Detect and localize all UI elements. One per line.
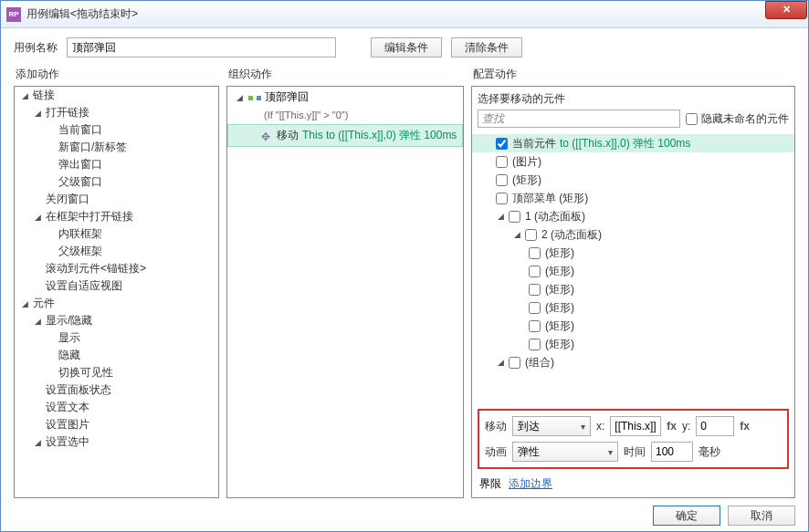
action-tree-item[interactable]: 设置文本 [15,399,218,416]
action-tree-item[interactable]: 当前窗口 [15,121,218,139]
y-fx-button[interactable]: fx [740,420,750,433]
case-name-input[interactable] [67,37,336,57]
widget-tree-item[interactable]: 当前元件to ([[This.x]],0) 弹性 100ms [472,134,794,152]
action-tree-item[interactable]: 父级框架 [15,243,218,260]
animation-select[interactable]: 弹性 [512,442,618,462]
widget-checkbox[interactable] [529,320,541,332]
hide-unnamed-checkbox[interactable] [686,113,698,125]
widget-tree-item[interactable]: 1 (动态面板) [472,207,794,225]
action-tree-item[interactable]: 链接 [15,87,218,104]
widget-tree-item[interactable]: (矩形) [472,280,794,298]
widget-label: (矩形) [545,300,574,316]
search-input[interactable] [478,110,680,128]
widget-tree-item[interactable]: (矩形) [472,298,794,317]
widget-checkbox[interactable] [509,357,520,369]
expand-icon[interactable] [496,212,506,222]
expand-icon[interactable] [20,90,30,100]
widget-tree-item[interactable]: (矩形) [472,244,794,262]
action-tree-item[interactable]: 设置图片 [15,416,218,433]
action-tree-item[interactable]: 父级窗口 [15,173,218,191]
widget-tree-item[interactable]: (组合) [472,353,794,371]
action-tree-item[interactable]: 在框架中打开链接 [15,208,218,225]
time-unit-label: 毫秒 [699,444,720,460]
expand-icon[interactable] [20,298,30,308]
widget-checkbox[interactable] [496,156,508,168]
action-tree-label: 链接 [33,88,55,103]
widget-tree-item[interactable]: (矩形) [472,171,794,189]
widget-checkbox[interactable] [529,247,541,259]
action-node[interactable]: ✥ 移动 This to ([[This.x]],0) 弹性 100ms [227,124,463,147]
action-tree-label: 隐藏 [58,348,80,363]
widget-label: 顶部菜单 (矩形) [512,191,588,206]
app-icon: RP [6,7,21,22]
expand-icon[interactable] [496,358,506,368]
action-tree-item[interactable]: 内联框架 [15,225,218,243]
widget-label: (组合) [525,355,554,370]
expand-icon[interactable] [33,437,43,447]
move-icon: ✥ [261,130,272,141]
action-tree-label: 在框架中打开链接 [46,209,133,224]
action-tree-item[interactable]: 滚动到元件<锚链接> [15,260,218,277]
widget-checkbox[interactable] [496,174,508,186]
action-tree-item[interactable]: 显示 [15,329,218,347]
widget-tree-item[interactable]: 2 (动态面板) [472,225,794,244]
action-tree-item[interactable]: 切换可见性 [15,364,218,381]
time-input[interactable] [651,442,693,462]
action-tree-item[interactable]: 显示/隐藏 [15,312,218,329]
move-config-box: 移动 到达 x: fx y: fx 动画 弹性 时间 毫秒 [478,409,789,469]
ok-button[interactable]: 确定 [653,506,720,526]
action-tree-item[interactable]: 元件 [15,295,218,312]
action-tree-item[interactable]: 弹出窗口 [15,156,218,173]
action-tree-label: 设置图片 [46,417,89,433]
clear-condition-button[interactable]: 清除条件 [451,37,522,57]
action-tree-item[interactable]: 设置选中 [15,433,218,451]
action-tree-item[interactable]: 关闭窗口 [15,191,218,208]
close-button[interactable]: ✕ [765,1,807,19]
widget-tree-item[interactable]: 顶部菜单 (矩形) [472,189,794,207]
widget-checkbox[interactable] [525,229,537,241]
widget-tree-item[interactable]: (矩形) [472,317,794,335]
widget-label: (矩形) [545,282,574,297]
action-tree-label: 当前窗口 [58,122,102,138]
expand-icon[interactable] [33,108,43,118]
x-fx-button[interactable]: fx [667,420,677,433]
x-input[interactable] [610,416,661,436]
action-tree-item[interactable]: 打开链接 [15,104,218,121]
actions-tree-panel[interactable]: 链接打开链接当前窗口新窗口/新标签弹出窗口父级窗口关闭窗口在框架中打开链接内联框… [14,86,219,498]
expand-icon[interactable] [512,230,522,240]
action-tree-item[interactable]: 设置自适应视图 [15,277,218,295]
widget-tree-item[interactable]: (矩形) [472,335,794,353]
widget-checkbox[interactable] [509,211,520,223]
widget-checkbox[interactable] [529,302,541,314]
widget-tree-item[interactable]: (图片) [472,152,794,171]
widget-label: 2 (动态面板) [541,227,602,243]
expand-icon[interactable] [33,212,43,222]
widget-checkbox[interactable] [496,138,508,150]
action-tree-item[interactable]: 隐藏 [15,347,218,364]
action-tree-item[interactable]: 设置面板状态 [15,381,218,399]
widget-label: (矩形) [545,337,574,352]
case-icon [248,92,261,103]
widget-tree-item[interactable]: (矩形) [472,262,794,280]
cancel-button[interactable]: 取消 [728,506,795,526]
expand-icon[interactable] [235,92,245,102]
move-mode-select[interactable]: 到达 [512,416,591,436]
widget-checkbox[interactable] [529,284,541,296]
widget-checkbox[interactable] [529,266,541,277]
edit-condition-button[interactable]: 编辑条件 [371,37,442,57]
y-input[interactable] [696,416,734,436]
widget-tree[interactable]: 当前元件to ([[This.x]],0) 弹性 100ms(图片)(矩形)顶部… [472,132,794,405]
titlebar: RP 用例编辑<拖动结束时> ✕ [1,1,808,28]
action-tree-label: 显示/隐藏 [46,313,92,329]
expand-icon[interactable] [33,316,43,326]
widget-checkbox[interactable] [496,193,508,204]
action-tree-label: 设置文本 [46,400,89,415]
case-node[interactable]: 顶部弹回 [227,87,463,108]
x-label: x: [596,420,604,433]
widget-label: 1 (动态面板) [525,209,585,224]
action-tree-item[interactable]: 新窗口/新标签 [15,139,218,156]
action-node-label: 移动 [277,128,299,143]
widget-param: to ([[This.x]],0) 弹性 100ms [560,136,690,151]
add-boundary-link[interactable]: 添加边界 [509,476,552,492]
widget-checkbox[interactable] [529,339,541,350]
